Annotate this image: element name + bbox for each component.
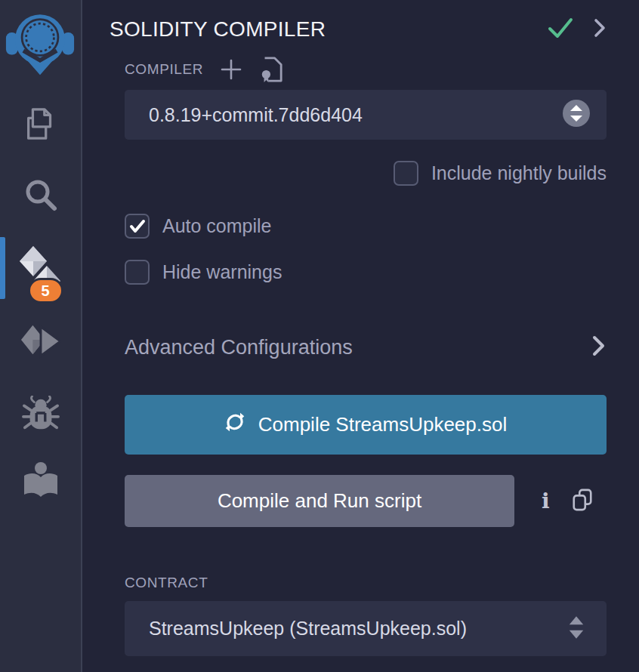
learn-book-icon: [21, 461, 60, 502]
deploy-run-icon: [20, 323, 61, 362]
compile-button[interactable]: Compile StreamsUpkeep.sol: [125, 395, 607, 455]
file-explorer-icon: [22, 105, 60, 146]
add-custom-compiler-button[interactable]: [220, 58, 242, 81]
contract-select-value: StreamsUpkeep (StreamsUpkeep.sol): [149, 618, 567, 640]
sidebar-item-learneth[interactable]: [0, 461, 81, 503]
auto-compile-checkbox[interactable]: [125, 214, 150, 239]
chevron-right-icon: [591, 334, 607, 361]
solidity-compiler-panel: SOLIDITY COMPILER COMPILER: [82, 0, 639, 672]
include-nightly-label[interactable]: Include nightly builds: [431, 162, 607, 184]
remix-logo[interactable]: [5, 6, 75, 79]
advanced-configurations-label: Advanced Configurations: [125, 336, 591, 359]
advanced-configurations-toggle[interactable]: Advanced Configurations: [125, 333, 607, 362]
contract-section-label: CONTRACT: [125, 575, 208, 591]
compiler-section-label: COMPILER: [125, 61, 203, 78]
sync-icon: [224, 412, 245, 438]
compiler-version-value: 0.8.19+commit.7dd6d404: [149, 104, 563, 126]
compile-success-check-icon: [548, 17, 573, 42]
sidebar-item-file-explorer[interactable]: [0, 106, 81, 145]
hide-warnings-checkbox[interactable]: [125, 260, 150, 285]
compiler-config-file-icon[interactable]: [259, 56, 283, 83]
hide-warnings-label[interactable]: Hide warnings: [162, 261, 282, 283]
icon-panel: 5: [0, 0, 82, 672]
search-icon: [23, 177, 59, 216]
page-title: SOLIDITY COMPILER: [110, 17, 548, 42]
compile-button-label: Compile StreamsUpkeep.sol: [258, 413, 507, 436]
panel-collapse-chevron-icon[interactable]: [593, 17, 607, 42]
sidebar-item-debugger[interactable]: [0, 396, 81, 435]
include-nightly-checkbox[interactable]: [394, 161, 418, 186]
panel-header: SOLIDITY COMPILER: [110, 15, 607, 44]
sidebar-item-deploy-run[interactable]: [0, 323, 81, 362]
compiler-version-select[interactable]: 0.8.19+commit.7dd6d404: [125, 90, 607, 140]
compile-and-run-button[interactable]: Compile and Run script: [125, 475, 514, 527]
info-icon[interactable]: i: [542, 491, 550, 512]
contract-select[interactable]: StreamsUpkeep (StreamsUpkeep.sol): [125, 601, 607, 656]
select-updown-icon: [563, 100, 590, 130]
copy-icon[interactable]: [571, 488, 594, 515]
compile-and-run-label: Compile and Run script: [218, 489, 421, 513]
auto-compile-label[interactable]: Auto compile: [162, 215, 272, 237]
sidebar-item-search[interactable]: [0, 177, 81, 216]
bug-icon: [22, 396, 60, 435]
compiler-badge: 5: [28, 278, 63, 304]
sidebar-item-solidity-compiler[interactable]: 5: [0, 245, 81, 299]
select-arrows-icon: [567, 615, 585, 643]
